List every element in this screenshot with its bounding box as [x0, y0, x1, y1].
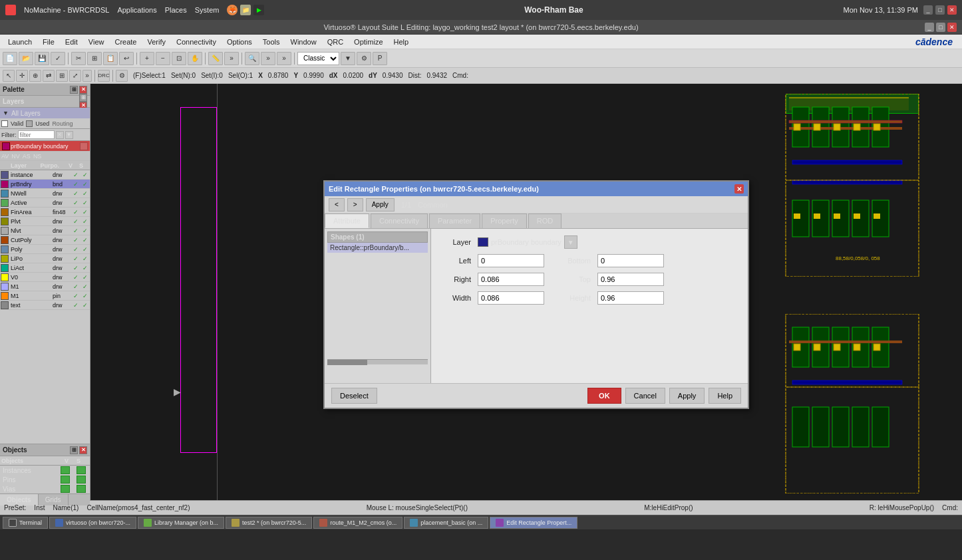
tb2-mirror[interactable]: ⇄ [43, 70, 55, 82]
tab-rod[interactable]: ROD [528, 213, 561, 228]
tb2-rotate[interactable]: ⊕ [29, 70, 41, 82]
tb-zoom-in[interactable]: + [140, 52, 154, 65]
layer-row[interactable]: CutPoly drw ✓ ✓ [0, 235, 90, 245]
menu-edit[interactable]: Edit [60, 37, 83, 47]
ok-button[interactable]: OK [587, 388, 621, 404]
dialog-nav-apply-btn[interactable]: Apply [366, 198, 395, 211]
tab-connectivity[interactable]: Connectivity [371, 213, 428, 228]
shapes-scrollbar-thumb[interactable] [327, 360, 367, 365]
firefox-icon[interactable]: 🦊 [227, 5, 238, 15]
layer-row[interactable]: Nlvt drw ✓ ✓ [0, 226, 90, 235]
tb-copy[interactable]: ⊞ [87, 52, 102, 65]
menu-launch[interactable]: Launch [3, 37, 37, 47]
title-close[interactable]: ✕ [947, 23, 957, 32]
tb-undo[interactable]: ↩ [119, 52, 134, 65]
palette-float-btn[interactable]: ⊞ [70, 86, 78, 94]
apply-button[interactable]: Apply [669, 388, 705, 404]
close-btn[interactable]: ✕ [947, 5, 957, 15]
layer-row[interactable]: M1 drw ✓ ✓ [0, 282, 90, 291]
menu-file[interactable]: File [37, 37, 60, 47]
tb2-drc[interactable]: DRC [98, 70, 110, 82]
dialog-prev-btn[interactable]: < [329, 198, 345, 211]
shape-item[interactable]: Rectangle::prBoundary/b... [327, 243, 428, 253]
layers-float-btn[interactable]: ⊞ [79, 94, 87, 102]
tb-zoom-out[interactable]: − [156, 52, 170, 65]
tb-fit[interactable]: ⊡ [172, 52, 186, 65]
taskbar-test2[interactable]: test2 * (on bwrcr720-5... [226, 517, 312, 529]
obj-instances-s[interactable] [77, 466, 86, 474]
menu-connectivity[interactable]: Connectivity [171, 37, 222, 47]
bottom-input[interactable] [597, 254, 664, 267]
tb-open[interactable]: 📂 [19, 52, 33, 65]
edit-rect-dialog[interactable]: Edit Rectangle Properties (on bwrcr720-5… [323, 180, 749, 409]
taskbar-terminal[interactable]: Terminal [3, 517, 48, 529]
tb2-gear[interactable]: ⚙ [116, 70, 128, 82]
taskbar-virtuoso[interactable]: virtuoso (on bwrcr720-... [49, 517, 136, 529]
maximize-btn[interactable]: □ [935, 5, 945, 15]
valid-check[interactable] [1, 120, 8, 127]
layer-dropdown-btn[interactable]: ▼ [564, 235, 577, 249]
layer-row[interactable]: V0 drw ✓ ✓ [0, 273, 90, 282]
tb-search[interactable]: 🔍 [245, 52, 259, 65]
used-check[interactable] [26, 120, 33, 127]
layer-row[interactable]: Active drw ✓ ✓ [0, 198, 90, 208]
layer-row[interactable]: Poly drw ✓ ✓ [0, 245, 90, 254]
layer-row[interactable]: LiPo drw ✓ ✓ [0, 254, 90, 263]
taskbar-place[interactable]: placement_basic (on ... [404, 517, 488, 529]
menu-help[interactable]: Help [389, 37, 414, 47]
layer-row[interactable]: prBndry bnd ✓ ✓ [0, 180, 90, 189]
tb-more3[interactable]: » [277, 52, 291, 65]
tb2-move[interactable]: ✛ [16, 70, 28, 82]
system-menu[interactable]: System [195, 6, 220, 14]
menu-view[interactable]: View [83, 37, 110, 47]
tab-attribute[interactable]: Attribute [325, 213, 369, 228]
menu-qrc[interactable]: QRC [322, 37, 349, 47]
taskbar-libmgr[interactable]: Library Manager (on b... [138, 517, 224, 529]
layers-controls[interactable]: ⊞ ✕ [79, 94, 87, 110]
layer-row[interactable]: instance drw ✓ ✓ [0, 170, 90, 180]
menu-optimize[interactable]: Optimize [349, 37, 388, 47]
tb-check[interactable]: ✓ [51, 52, 65, 65]
layer-row[interactable]: Plvt drw ✓ ✓ [0, 217, 90, 226]
tab-parameter[interactable]: Parameter [429, 213, 480, 228]
layer-row[interactable]: NWell drw ✓ ✓ [0, 189, 90, 198]
cancel-button[interactable]: Cancel [625, 388, 665, 404]
shapes-scrollbar[interactable] [327, 359, 428, 364]
tb-dropdown-apply[interactable]: ▼ [341, 52, 355, 65]
tb-new[interactable]: 📄 [3, 52, 17, 65]
obj-pins-s[interactable] [77, 476, 86, 484]
tb-cut[interactable]: ✂ [71, 52, 86, 65]
tb-more1[interactable]: » [224, 52, 239, 65]
right-input[interactable] [478, 273, 544, 286]
layer-row[interactable]: text drw ✓ ✓ [0, 301, 90, 310]
tb-pan[interactable]: ✋ [188, 52, 202, 65]
menu-options[interactable]: Options [222, 37, 257, 47]
left-input[interactable] [478, 254, 544, 267]
dialog-close-btn[interactable]: ✕ [734, 184, 744, 194]
title-minimize[interactable]: _ [925, 23, 934, 32]
prboundary-vis-btn[interactable] [80, 142, 88, 150]
filter-dropdown-btn[interactable]: ▼ [65, 131, 73, 139]
objects-close-btn[interactable]: ✕ [79, 446, 87, 454]
tb2-stretch[interactable]: ⤢ [69, 70, 81, 82]
objects-controls[interactable]: ⊞ ✕ [70, 446, 87, 454]
palette-close-btn[interactable]: ✕ [79, 86, 87, 94]
tb-paste[interactable]: 📋 [103, 52, 118, 65]
tab-property[interactable]: Property [482, 213, 527, 228]
filter-input[interactable] [18, 130, 55, 139]
tb-ruler[interactable]: 📏 [208, 52, 223, 65]
top-input[interactable] [597, 273, 664, 286]
help-button[interactable]: Help [709, 388, 741, 404]
menu-tools[interactable]: Tools [257, 37, 285, 47]
view-style-dropdown[interactable]: Classic [297, 52, 339, 65]
filter-x-btn[interactable]: ✕ [56, 131, 64, 139]
tb-more2[interactable]: » [261, 52, 275, 65]
deselect-button[interactable]: Deselect [331, 388, 377, 404]
window-controls[interactable]: _ □ ✕ [923, 5, 957, 15]
minimize-btn[interactable]: _ [923, 5, 933, 15]
canvas-area[interactable]: ▶ [90, 84, 962, 500]
taskbar-route[interactable]: route_M1_M2_cmos (o... [313, 517, 402, 529]
applications-menu[interactable]: Applications [117, 6, 156, 14]
tb2-more[interactable]: » [82, 70, 92, 82]
objects-float-btn[interactable]: ⊞ [70, 446, 78, 454]
